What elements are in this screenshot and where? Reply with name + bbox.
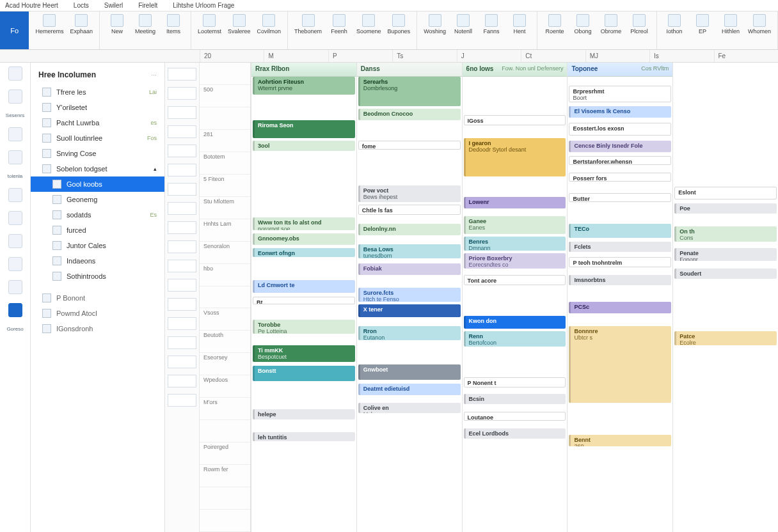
ribbon-button[interactable]: Hent [509,14,530,35]
mini-cell[interactable] [168,336,196,349]
calendar-event[interactable]: Colive enMchocs [358,403,461,413]
ribbon-button[interactable]: Thebonem [294,14,322,35]
mini-cell[interactable] [168,260,196,272]
calendar-event[interactable]: Eosstert.los exosn [569,123,671,136]
ribbon-button[interactable]: EP [692,14,713,35]
ribbon-button[interactable]: Bupones [388,14,411,35]
calendar-event[interactable]: Bt [253,297,355,304]
calendar-event[interactable]: P teoh tnohntrelm [569,257,671,267]
calendar-event[interactable]: Beodmon Cnocoo [358,109,461,120]
calendar-grid[interactable]: Rrax RlbonAohrtion FiteusnWtemrt prvneRi… [251,63,778,532]
calendar-event[interactable]: Lowenr [464,197,566,208]
nav-item[interactable]: Sothintroods [31,269,164,284]
ribbon-button[interactable]: New [106,14,128,35]
mini-cell[interactable] [168,317,196,330]
calendar-event[interactable]: fome [358,141,461,150]
mini-cell[interactable] [168,183,196,196]
nav-item[interactable]: sodatdsEs [31,207,164,223]
calendar-event[interactable]: 3ool [253,141,355,151]
ribbon-button[interactable]: Hemerems [35,14,63,35]
nav-bottom-item[interactable]: IGonsdronh [31,321,164,336]
ribbon-button[interactable]: Items [163,14,184,35]
calendar-event[interactable]: Loutanoe [464,412,566,421]
ribbon-button[interactable]: Covilmon [257,14,282,35]
mini-cell[interactable] [168,240,196,253]
ribbon-button[interactable]: Fanns [480,14,502,35]
grid-icon[interactable] [8,257,22,271]
mini-cell[interactable] [168,68,196,81]
nav-item[interactable]: Pacht Luwrbaes [31,115,164,130]
mini-cell[interactable] [168,375,196,387]
people-icon[interactable] [8,150,22,164]
ribbon-button[interactable]: Roente [544,14,566,35]
day-column-overflow[interactable]: EslontPoeOn thConsPenateFononrSoudertPat… [672,63,778,532]
nav-item[interactable]: Indaeons [31,253,164,269]
calendar-event[interactable]: Kwon don [464,316,566,329]
calendar-event[interactable]: Chtle ls fasDe'able Foins [358,205,461,215]
events-area[interactable]: EslontPoeOn thConsPenateFononrSoudertPat… [673,77,778,532]
notes-icon[interactable] [8,211,22,225]
calendar-event[interactable]: RronEutanon [358,326,461,340]
calendar-event[interactable]: TECo [569,224,671,238]
ribbon-button[interactable]: Obrome [600,14,622,35]
calendar-event[interactable]: Pow voctBews ihepest [358,185,461,202]
mini-cell[interactable] [168,125,196,138]
calendar-event[interactable]: SerearhsDombrlesong [358,77,461,106]
events-area[interactable]: SerearhsDombrlesongBeodmon CnocoofomePow… [357,77,462,532]
calendar-event[interactable]: On thCons [674,226,777,242]
calendar-event[interactable]: PCSc [569,302,671,313]
ribbon-button[interactable]: Whomen [748,14,771,35]
calendar-event[interactable]: Fclets [569,242,671,252]
nav-item[interactable]: Y'orilsetet [31,100,164,115]
calendar-event[interactable]: Bennt260 [569,435,671,446]
day-column[interactable]: Rrax RlbonAohrtion FiteusnWtemrt prvneRi… [251,63,356,532]
user-icon[interactable] [8,66,22,81]
mini-cell[interactable] [168,298,196,311]
list-icon[interactable] [8,234,22,248]
calendar-event[interactable]: PatceEcolre [674,331,777,345]
calendar-event[interactable]: Eonwrt ofngnSetrotoe [253,248,355,257]
calendar-event[interactable]: El Visoems lk Censo [569,106,671,118]
mini-cell[interactable] [168,221,196,234]
nav-item[interactable]: furced [31,223,164,238]
nav-item[interactable]: Sobelon todgset▴ [31,161,164,176]
calendar-event[interactable]: Imsnorbtns [569,275,671,285]
calendar-event[interactable]: Ti mmKKBespotcuet [253,345,355,362]
calendar-event[interactable]: BrpresrhmtBoort [569,86,671,102]
nav-bottom-item[interactable]: Powmd Atocl [31,306,164,321]
nav-bottom-item[interactable]: P Bonont [31,290,164,306]
calendar-event[interactable]: Bcsin [464,394,566,404]
calendar-event[interactable]: Butter [569,193,671,202]
calendar-event[interactable]: Cencse Binly Isnedr Fole [569,141,671,152]
ribbon-button[interactable]: Notenll [452,14,474,35]
calendar-event[interactable]: helepe [253,409,355,419]
calendar-event[interactable]: GaneeEanes [464,216,566,234]
ribbon-button[interactable]: Hithlen [720,14,742,35]
mini-cell[interactable] [168,394,196,407]
ribbon-button[interactable]: Lootemst [198,14,221,35]
nav-item[interactable]: Gool koobs [31,176,164,192]
calendar-event[interactable]: Deatmt edietuisd [358,384,461,395]
calendar-event[interactable]: leh tuntitis [253,432,355,441]
ribbon-button[interactable]: Exphaan [70,14,93,35]
calendar-event[interactable]: Surore.fctsHtch te Fenso [358,288,461,302]
calendar-event[interactable]: Ecel Lordbods [464,428,566,439]
nav-item[interactable]: Suoll loutinrleeFos [31,130,164,146]
ribbon-button[interactable]: Plcreol [628,14,650,35]
calendar-event[interactable]: Delonlny.nn [358,224,461,235]
file-tab[interactable]: Fo [0,12,29,49]
nav-item[interactable]: Snving Cose [31,146,164,161]
day-column[interactable]: DanssSerearhsDombrlesongBeodmon Cnocoofo… [356,63,462,532]
nav-item[interactable]: Tfrere lesLai [31,84,164,100]
mini-cell[interactable] [168,87,196,100]
calendar-event[interactable]: X tener [358,304,461,317]
calendar-event[interactable]: PenateFononr [674,248,777,261]
calendar-event[interactable]: Poe [674,203,777,214]
calendar-event[interactable]: P Nonent tIclr s [464,377,566,387]
calendar-event[interactable]: Bonstt [253,366,355,381]
calendar-event[interactable]: RennBertofcoon [464,331,566,347]
calendar-event[interactable]: Besa Lowstunesdborn [358,244,461,258]
calendar-event[interactable]: TorobbePe Lotteina [253,320,355,334]
calendar-event[interactable]: Bertstanforer.whensn [569,156,671,165]
mini-cell[interactable] [168,145,196,157]
